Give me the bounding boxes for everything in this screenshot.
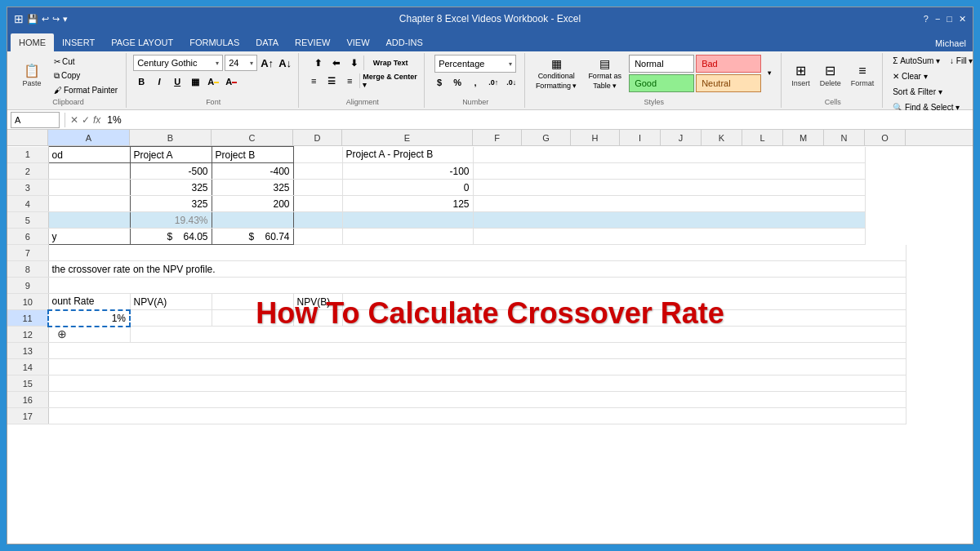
cell-e4[interactable]: 125 — [342, 196, 473, 212]
cell-a8[interactable]: the crossover rate on the NPV profile. — [48, 261, 906, 278]
cell-a15[interactable] — [48, 375, 906, 392]
cell-a12[interactable]: ⊕ — [48, 327, 130, 343]
cell-a11[interactable]: 1% — [48, 310, 130, 327]
cell-a16[interactable] — [48, 392, 906, 408]
cell-e11[interactable] — [342, 310, 906, 327]
help-icon[interactable]: ? — [924, 14, 929, 24]
tab-review[interactable]: REVIEW — [287, 33, 338, 51]
cell-a1[interactable]: od — [48, 147, 130, 163]
row-header-12[interactable]: 12 — [7, 327, 48, 343]
col-header-m[interactable]: M — [783, 130, 824, 145]
decrease-decimal-button[interactable]: .0↓ — [503, 74, 519, 91]
cancel-formula-icon[interactable]: ✕ — [70, 114, 78, 126]
minimize-button[interactable]: − — [935, 14, 940, 24]
align-center-button[interactable]: ☰ — [323, 73, 340, 89]
col-header-k[interactable]: K — [702, 130, 742, 145]
font-size-selector[interactable]: 24 ▾ — [225, 55, 257, 71]
border-button[interactable]: ▦ — [187, 73, 203, 90]
cell-b2[interactable]: -500 — [130, 163, 212, 180]
col-header-a[interactable]: A — [48, 130, 130, 145]
cell-c3[interactable]: 325 — [212, 180, 293, 196]
quick-access-redo[interactable]: ↪ — [52, 14, 60, 24]
delete-button[interactable]: ⊟ Delete — [817, 63, 844, 89]
row-header-10[interactable]: 10 — [7, 294, 48, 310]
cell-d11[interactable] — [293, 310, 342, 327]
cell-a14[interactable] — [48, 359, 906, 375]
row-header-13[interactable]: 13 — [7, 343, 48, 359]
row-header-9[interactable]: 9 — [7, 278, 48, 294]
cell-e2[interactable]: -100 — [342, 163, 473, 180]
cell-d4[interactable] — [293, 196, 342, 212]
decrease-font-button[interactable]: A↓ — [277, 55, 293, 71]
cell-a7[interactable] — [48, 245, 906, 261]
cell-b1[interactable]: Project A — [130, 147, 212, 163]
paste-button[interactable]: 📋 Paste — [16, 63, 48, 89]
cell-c10[interactable] — [212, 294, 293, 310]
grid-container[interactable]: 1 od Project A Project B Project A - Pro… — [7, 146, 973, 544]
row-header-6[interactable]: 6 — [7, 229, 48, 245]
col-header-e[interactable]: E — [342, 130, 473, 145]
cell-f5[interactable] — [473, 212, 865, 229]
cell-f3[interactable] — [473, 180, 865, 196]
row-header-3[interactable]: 3 — [7, 180, 48, 196]
cell-e10[interactable] — [342, 294, 906, 310]
cell-f4[interactable] — [473, 196, 865, 212]
formula-input[interactable] — [104, 112, 969, 128]
format-as-table-button[interactable]: ▤ Format as Table ▾ — [582, 56, 627, 91]
col-header-l[interactable]: L — [742, 130, 783, 145]
tab-home[interactable]: HOME — [11, 33, 54, 51]
cell-c2[interactable]: -400 — [212, 163, 293, 180]
cut-button[interactable]: ✂ Cut — [51, 56, 121, 68]
col-header-o[interactable]: O — [865, 130, 906, 145]
cell-c11[interactable] — [212, 310, 293, 327]
cell-e3[interactable]: 0 — [342, 180, 473, 196]
row-header-11[interactable]: 11 — [7, 310, 48, 327]
cell-a10[interactable]: ount Rate — [48, 294, 130, 310]
row-header-2[interactable]: 2 — [7, 163, 48, 180]
row-header-16[interactable]: 16 — [7, 392, 48, 408]
cell-d3[interactable] — [293, 180, 342, 196]
quick-access-undo[interactable]: ↩ — [42, 14, 49, 24]
cell-a3[interactable] — [48, 180, 130, 196]
align-bottom-button[interactable]: ⬇ — [345, 55, 362, 71]
tab-formulas[interactable]: FORMULAS — [181, 33, 247, 51]
tab-add-ins[interactable]: ADD-INS — [378, 33, 431, 51]
bold-button[interactable]: B — [133, 73, 149, 90]
tab-view[interactable]: VIEW — [338, 33, 377, 51]
cell-c6[interactable]: $ 60.74 — [212, 229, 293, 245]
underline-button[interactable]: U — [169, 73, 185, 90]
font-color-button[interactable]: A▬ — [223, 73, 239, 90]
sort-filter-button[interactable]: Sort & Filter ▾ — [889, 86, 946, 98]
cell-b11[interactable] — [130, 310, 212, 327]
cell-d2[interactable] — [293, 163, 342, 180]
cell-a5[interactable] — [48, 212, 130, 229]
cell-b5[interactable]: 19.43% — [130, 212, 212, 229]
cell-d6[interactable] — [293, 229, 342, 245]
maximize-button[interactable]: □ — [947, 14, 952, 24]
cell-b12[interactable] — [130, 327, 906, 343]
fill-color-button[interactable]: A▬ — [205, 73, 221, 90]
font-name-selector[interactable]: Century Gothic ▾ — [133, 55, 223, 71]
comma-button[interactable]: , — [467, 74, 483, 91]
merge-center-button[interactable]: Merge & Center ▾ — [362, 73, 419, 89]
cell-c1[interactable]: Project B — [212, 147, 293, 163]
confirm-formula-icon[interactable]: ✓ — [82, 114, 90, 126]
cell-e6[interactable] — [342, 229, 473, 245]
col-header-d[interactable]: D — [293, 130, 342, 145]
cell-d1[interactable] — [293, 147, 342, 163]
col-header-f[interactable]: F — [473, 130, 522, 145]
conditional-formatting-button[interactable]: ▦ Conditional Formatting ▾ — [532, 56, 581, 91]
row-header-7[interactable]: 7 — [7, 245, 48, 261]
row-header-4[interactable]: 4 — [7, 196, 48, 212]
row-header-5[interactable]: 5 — [7, 212, 48, 229]
row-header-1[interactable]: 1 — [7, 147, 48, 163]
align-right-button[interactable]: ≡ — [341, 73, 358, 89]
cell-e1[interactable]: Project A - Project B — [342, 147, 473, 163]
row-header-14[interactable]: 14 — [7, 359, 48, 375]
tab-insert[interactable]: INSERT — [54, 33, 103, 51]
wrap-text-button[interactable]: Wrap Text — [366, 55, 415, 71]
number-format-selector[interactable]: Percentage ▾ — [434, 55, 516, 73]
cell-a2[interactable] — [48, 163, 130, 180]
col-header-h[interactable]: H — [571, 130, 620, 145]
insert-button[interactable]: ⊞ Insert — [788, 63, 813, 89]
